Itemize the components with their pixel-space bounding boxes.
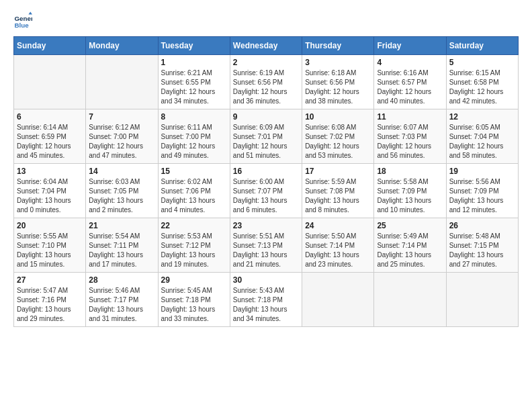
day-cell: 10Sunrise: 6:08 AM Sunset: 7:02 PM Dayli… <box>302 109 374 164</box>
day-cell: 18Sunrise: 5:58 AM Sunset: 7:09 PM Dayli… <box>374 164 446 218</box>
day-number: 30 <box>233 275 299 285</box>
day-info: Sunrise: 6:19 AM Sunset: 6:56 PM Dayligh… <box>233 68 299 106</box>
week-row-1: 1Sunrise: 6:21 AM Sunset: 6:55 PM Daylig… <box>14 55 519 109</box>
day-cell: 2Sunrise: 6:19 AM Sunset: 6:56 PM Daylig… <box>230 55 302 109</box>
day-number: 21 <box>89 221 154 230</box>
day-cell: 24Sunrise: 5:50 AM Sunset: 7:14 PM Dayli… <box>302 218 374 273</box>
day-cell: 8Sunrise: 6:11 AM Sunset: 7:00 PM Daylig… <box>158 109 230 164</box>
day-cell: 29Sunrise: 5:45 AM Sunset: 7:18 PM Dayli… <box>158 273 230 327</box>
day-cell <box>86 55 158 109</box>
day-cell: 20Sunrise: 5:55 AM Sunset: 7:10 PM Dayli… <box>14 218 86 273</box>
day-cell: 9Sunrise: 6:09 AM Sunset: 7:01 PM Daylig… <box>230 109 302 164</box>
day-cell <box>446 273 518 327</box>
week-row-3: 13Sunrise: 6:04 AM Sunset: 7:04 PM Dayli… <box>14 164 519 218</box>
day-cell: 13Sunrise: 6:04 AM Sunset: 7:04 PM Dayli… <box>14 164 86 218</box>
header-cell-tuesday: Tuesday <box>158 37 230 55</box>
day-cell: 14Sunrise: 6:03 AM Sunset: 7:05 PM Dayli… <box>86 164 158 218</box>
day-number: 12 <box>449 112 515 122</box>
day-info: Sunrise: 5:59 AM Sunset: 7:08 PM Dayligh… <box>305 177 371 215</box>
day-cell: 5Sunrise: 6:15 AM Sunset: 6:58 PM Daylig… <box>446 55 518 109</box>
logo-icon: General Blue <box>13 11 32 30</box>
header-cell-friday: Friday <box>374 37 446 55</box>
day-cell: 6Sunrise: 6:14 AM Sunset: 6:59 PM Daylig… <box>14 109 86 164</box>
day-info: Sunrise: 5:54 AM Sunset: 7:11 PM Dayligh… <box>89 232 154 269</box>
day-number: 3 <box>305 58 371 67</box>
day-info: Sunrise: 5:45 AM Sunset: 7:18 PM Dayligh… <box>161 286 227 324</box>
day-number: 11 <box>377 112 443 122</box>
day-cell: 25Sunrise: 5:49 AM Sunset: 7:14 PM Dayli… <box>374 218 446 273</box>
header-cell-monday: Monday <box>86 37 158 55</box>
day-info: Sunrise: 6:05 AM Sunset: 7:04 PM Dayligh… <box>449 123 515 161</box>
day-number: 29 <box>161 275 227 285</box>
day-number: 9 <box>233 112 299 122</box>
day-info: Sunrise: 6:21 AM Sunset: 6:55 PM Dayligh… <box>161 68 227 106</box>
day-number: 25 <box>377 221 443 230</box>
day-cell: 22Sunrise: 5:53 AM Sunset: 7:12 PM Dayli… <box>158 218 230 273</box>
day-cell: 30Sunrise: 5:43 AM Sunset: 7:18 PM Dayli… <box>230 273 302 327</box>
day-info: Sunrise: 6:15 AM Sunset: 6:58 PM Dayligh… <box>449 68 515 106</box>
day-cell: 17Sunrise: 5:59 AM Sunset: 7:08 PM Dayli… <box>302 164 374 218</box>
day-info: Sunrise: 5:43 AM Sunset: 7:18 PM Dayligh… <box>233 286 299 324</box>
day-info: Sunrise: 5:58 AM Sunset: 7:09 PM Dayligh… <box>377 177 443 215</box>
day-number: 6 <box>17 112 83 122</box>
page-header: General Blue <box>13 11 519 30</box>
week-row-2: 6Sunrise: 6:14 AM Sunset: 6:59 PM Daylig… <box>14 109 519 164</box>
day-cell <box>374 273 446 327</box>
day-number: 20 <box>17 221 83 230</box>
day-info: Sunrise: 6:16 AM Sunset: 6:57 PM Dayligh… <box>377 68 443 106</box>
day-number: 13 <box>17 167 83 176</box>
svg-text:Blue: Blue <box>14 21 29 29</box>
day-info: Sunrise: 6:04 AM Sunset: 7:04 PM Dayligh… <box>17 177 83 215</box>
day-cell: 23Sunrise: 5:51 AM Sunset: 7:13 PM Dayli… <box>230 218 302 273</box>
day-number: 2 <box>233 58 299 67</box>
day-number: 10 <box>305 112 371 122</box>
header-cell-wednesday: Wednesday <box>230 37 302 55</box>
day-number: 16 <box>233 167 299 176</box>
day-number: 19 <box>449 167 515 176</box>
day-cell: 16Sunrise: 6:00 AM Sunset: 7:07 PM Dayli… <box>230 164 302 218</box>
day-number: 7 <box>89 112 154 122</box>
day-cell: 15Sunrise: 6:02 AM Sunset: 7:06 PM Dayli… <box>158 164 230 218</box>
header-cell-saturday: Saturday <box>446 37 518 55</box>
day-info: Sunrise: 6:07 AM Sunset: 7:03 PM Dayligh… <box>377 123 443 161</box>
day-cell: 27Sunrise: 5:47 AM Sunset: 7:16 PM Dayli… <box>14 273 86 327</box>
day-number: 14 <box>89 167 154 176</box>
day-number: 1 <box>161 58 227 67</box>
day-info: Sunrise: 5:48 AM Sunset: 7:15 PM Dayligh… <box>449 232 515 269</box>
day-info: Sunrise: 5:47 AM Sunset: 7:16 PM Dayligh… <box>17 286 83 324</box>
day-info: Sunrise: 6:08 AM Sunset: 7:02 PM Dayligh… <box>305 123 371 161</box>
week-row-5: 27Sunrise: 5:47 AM Sunset: 7:16 PM Dayli… <box>14 273 519 327</box>
day-info: Sunrise: 5:53 AM Sunset: 7:12 PM Dayligh… <box>161 232 227 269</box>
day-cell: 3Sunrise: 6:18 AM Sunset: 6:56 PM Daylig… <box>302 55 374 109</box>
day-info: Sunrise: 6:14 AM Sunset: 6:59 PM Dayligh… <box>17 123 83 161</box>
day-info: Sunrise: 5:55 AM Sunset: 7:10 PM Dayligh… <box>17 232 83 269</box>
day-info: Sunrise: 6:12 AM Sunset: 7:00 PM Dayligh… <box>89 123 154 161</box>
logo: General Blue <box>13 11 35 30</box>
day-number: 24 <box>305 221 371 230</box>
day-number: 23 <box>233 221 299 230</box>
week-row-4: 20Sunrise: 5:55 AM Sunset: 7:10 PM Dayli… <box>14 218 519 273</box>
header-cell-sunday: Sunday <box>14 37 86 55</box>
day-cell: 12Sunrise: 6:05 AM Sunset: 7:04 PM Dayli… <box>446 109 518 164</box>
day-cell <box>14 55 86 109</box>
day-cell: 4Sunrise: 6:16 AM Sunset: 6:57 PM Daylig… <box>374 55 446 109</box>
svg-marker-2 <box>28 11 32 14</box>
day-info: Sunrise: 6:11 AM Sunset: 7:00 PM Dayligh… <box>161 123 227 161</box>
day-cell: 21Sunrise: 5:54 AM Sunset: 7:11 PM Dayli… <box>86 218 158 273</box>
day-info: Sunrise: 6:03 AM Sunset: 7:05 PM Dayligh… <box>89 177 154 215</box>
day-number: 5 <box>449 58 515 67</box>
day-info: Sunrise: 6:02 AM Sunset: 7:06 PM Dayligh… <box>161 177 227 215</box>
day-info: Sunrise: 5:50 AM Sunset: 7:14 PM Dayligh… <box>305 232 371 269</box>
day-number: 27 <box>17 275 83 285</box>
day-cell: 1Sunrise: 6:21 AM Sunset: 6:55 PM Daylig… <box>158 55 230 109</box>
day-cell: 19Sunrise: 5:56 AM Sunset: 7:09 PM Dayli… <box>446 164 518 218</box>
day-info: Sunrise: 6:09 AM Sunset: 7:01 PM Dayligh… <box>233 123 299 161</box>
day-cell: 11Sunrise: 6:07 AM Sunset: 7:03 PM Dayli… <box>374 109 446 164</box>
day-number: 15 <box>161 167 227 176</box>
day-info: Sunrise: 6:18 AM Sunset: 6:56 PM Dayligh… <box>305 68 371 106</box>
day-cell <box>302 273 374 327</box>
day-number: 28 <box>89 275 154 285</box>
day-info: Sunrise: 5:56 AM Sunset: 7:09 PM Dayligh… <box>449 177 515 215</box>
calendar-table: SundayMondayTuesdayWednesdayThursdayFrid… <box>13 36 519 327</box>
day-number: 17 <box>305 167 371 176</box>
